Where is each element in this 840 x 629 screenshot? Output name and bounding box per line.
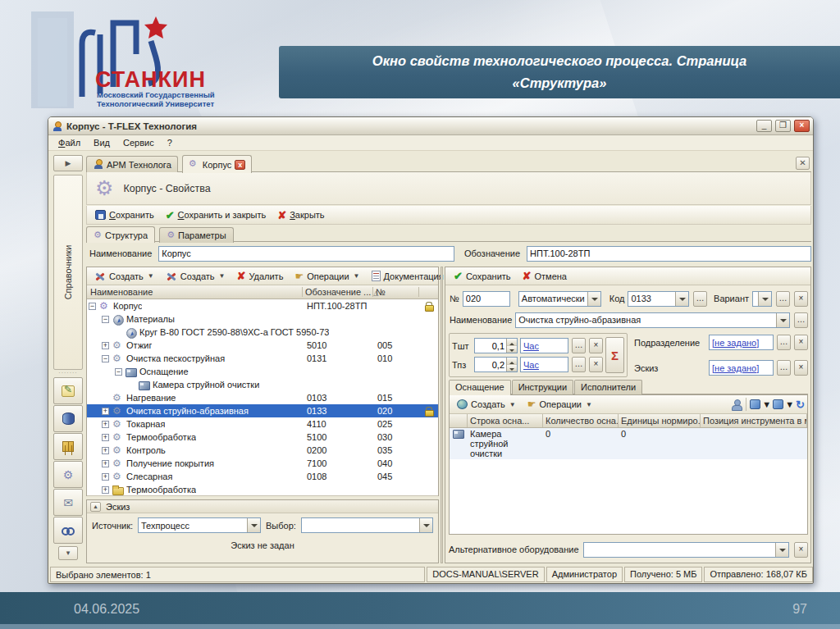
collapse-icon[interactable]: ▲ (90, 502, 101, 512)
tree-row[interactable]: Круг В-80 ГОСТ 2590-88\9ХС-а ГОСТ 5950-7… (87, 326, 438, 339)
tab-close-icon[interactable]: x (235, 160, 245, 170)
close-button[interactable]: × (794, 120, 810, 132)
tree-row[interactable]: +Слесарная0108045 (87, 470, 438, 483)
op-sketch-browse-button[interactable]: … (777, 360, 791, 376)
tree-row[interactable]: −Оснащение (87, 365, 438, 378)
user-check-icon[interactable] (731, 399, 742, 410)
spin-up-icon[interactable] (507, 358, 517, 365)
tpz-unit-value[interactable]: Час (521, 360, 568, 370)
tsht-input[interactable] (475, 339, 506, 353)
equipment-table-header[interactable]: Строка осна...Количество осна...Единицы … (450, 414, 807, 428)
tab-исполнители[interactable]: Исполнители (574, 380, 642, 394)
tree-toggle-plus[interactable]: + (102, 342, 109, 349)
tree-toggle-plus[interactable]: + (102, 447, 109, 454)
menu-item-файл[interactable]: Файл (52, 136, 87, 149)
column-designation[interactable]: Обозначение ... △ (305, 287, 378, 297)
save-operation-button[interactable]: Сохранить (449, 268, 516, 284)
tree-row[interactable]: −КорпусНПТ.100-28ТП (87, 299, 438, 312)
tpz-input[interactable] (475, 358, 506, 371)
tree-row[interactable]: +Очистка струйно-абразивная0133020 (87, 404, 438, 417)
cancel-operation-button[interactable]: Отмена (518, 268, 572, 284)
column-divider[interactable] (418, 287, 419, 297)
tree-row[interactable]: +Токарная4110025 (87, 417, 438, 431)
op-sketch-value[interactable]: [не задано] (710, 363, 773, 373)
dropdown-arrow-icon[interactable] (419, 518, 432, 532)
code-combobox[interactable]: 0133 (628, 291, 689, 307)
column-number[interactable]: № (376, 287, 386, 297)
division-combobox[interactable]: [не задано] (709, 335, 774, 350)
tree-toggle-plus[interactable]: + (102, 460, 109, 467)
tree-toggle-plus[interactable]: + (102, 473, 109, 481)
dropdown-arrow-icon[interactable] (587, 292, 600, 306)
tpz-unit-combobox[interactable]: Час (520, 357, 568, 372)
dropdown-arrow-icon[interactable]: ▼ (219, 272, 226, 280)
tree-toggle-minus[interactable]: − (102, 355, 109, 362)
dropdown-arrow-icon[interactable] (758, 292, 771, 306)
spin-up-icon[interactable] (507, 339, 517, 346)
variant-combobox[interactable] (752, 291, 772, 307)
tab-korpus[interactable]: Корпус x (182, 155, 252, 173)
tpz-stepper[interactable] (474, 357, 518, 372)
column-header[interactable]: Позиция инструмента в м... (701, 414, 807, 427)
tree-toggle-minus[interactable]: − (102, 316, 109, 323)
source-combobox[interactable]: Техпроцесс (138, 517, 261, 533)
tree-row[interactable]: Камера струйной очистки (87, 378, 438, 391)
choice-combobox[interactable] (301, 517, 433, 533)
tree-toggle-minus[interactable]: − (115, 368, 122, 376)
name-input[interactable] (158, 246, 454, 262)
panel-splitter[interactable] (441, 267, 443, 563)
tree-column-header[interactable]: Наименование Обозначение ... △ № (87, 285, 438, 299)
dropdown-arrow-icon[interactable] (675, 292, 688, 306)
op-sketch-combobox[interactable]: [не задано] (709, 360, 774, 376)
menu-item-?[interactable]: ? (161, 136, 179, 149)
column-header[interactable]: Единицы нормиро... (619, 414, 701, 427)
operation-name-browse-button[interactable]: … (794, 312, 808, 328)
dropdown-arrow-icon[interactable]: ▼ (785, 399, 794, 409)
закрыть-button[interactable]: Закрыть (272, 207, 329, 223)
tree-row[interactable]: Нагревание0103015 (87, 391, 438, 404)
sidebar-expand-button[interactable]: ▶ (53, 155, 83, 171)
minimize-button[interactable]: _ (756, 120, 772, 132)
column-divider[interactable] (302, 287, 303, 297)
search-button[interactable] (53, 517, 83, 544)
tsht-unit-value[interactable]: Час (521, 341, 568, 351)
dropdown-arrow-icon[interactable]: ▼ (354, 272, 360, 280)
tpz-unit-browse-button[interactable]: … (572, 357, 586, 372)
division-browse-button[interactable]: … (777, 335, 791, 350)
dropdown-arrow-icon[interactable]: ▼ (509, 401, 516, 408)
dropdown-arrow-icon[interactable]: ▼ (762, 399, 771, 409)
messages-button[interactable] (53, 489, 83, 516)
операции-button[interactable]: Операции▼ (290, 269, 364, 284)
tree-toggle-plus[interactable]: + (102, 434, 109, 441)
window-view-icon[interactable] (773, 399, 783, 409)
code-browse-button[interactable]: … (693, 291, 707, 307)
sidebar-more-button[interactable]: ▾ (58, 546, 78, 560)
tree-row[interactable]: −Очистка пескоструйная0131010 (87, 352, 438, 365)
number-input[interactable] (463, 291, 510, 307)
edit-view-icon[interactable] (750, 399, 760, 409)
сохранить-button[interactable]: Сохранить (90, 208, 159, 221)
spin-buttons[interactable] (506, 358, 517, 371)
удалить-button[interactable]: Удалить (231, 268, 288, 284)
tree-toggle-plus[interactable]: + (102, 421, 109, 428)
tab-struktura[interactable]: ⚙ Структура (86, 226, 155, 243)
dropdown-arrow-icon[interactable] (776, 313, 789, 327)
создать-button[interactable]: Создать▼ (89, 270, 159, 283)
references-panel[interactable]: Справочники (53, 175, 83, 370)
numbering-mode-combobox[interactable]: Автоматически (518, 291, 601, 307)
division-value[interactable]: [не задано] (710, 338, 773, 348)
alternative-equipment-clear-button[interactable]: × (794, 542, 808, 558)
dropdown-arrow-icon[interactable]: ▼ (586, 401, 592, 408)
tree-row[interactable]: +Получение покрытия7100040 (87, 457, 438, 470)
tsht-unit-clear-button[interactable]: × (589, 338, 603, 353)
variant-browse-button[interactable]: … (776, 291, 790, 307)
tree-row[interactable]: −Материалы (87, 312, 438, 326)
dropdown-arrow-icon[interactable]: ▼ (148, 272, 154, 280)
tree-toggle-plus[interactable]: + (102, 486, 109, 494)
spin-buttons[interactable] (506, 339, 517, 353)
notes-button[interactable] (53, 377, 83, 404)
tree-row[interactable]: +Контроль0200035 (87, 444, 438, 457)
tsht-unit-combobox[interactable]: Час (520, 338, 568, 353)
tab-arm-tehnologa[interactable]: АРМ Технолога (86, 156, 178, 173)
division-clear-button[interactable]: × (794, 335, 808, 350)
